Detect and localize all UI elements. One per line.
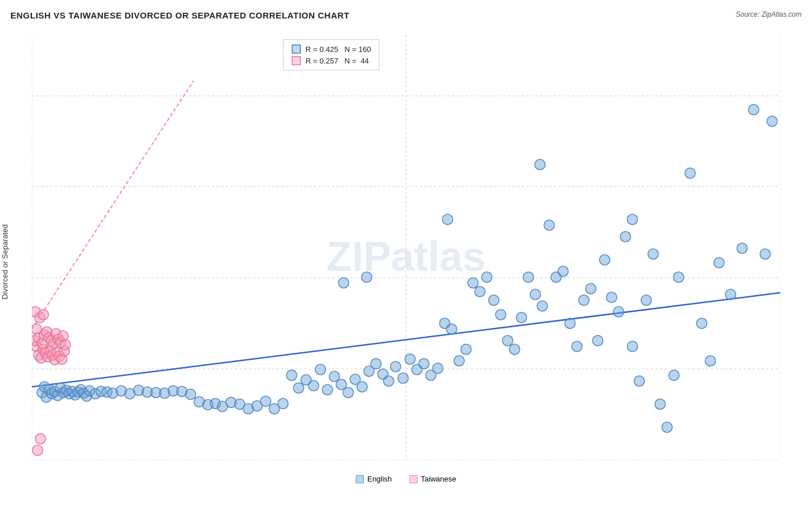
chart-title: ENGLISH VS TAIWANESE DIVORCED OR SEPARAT…: [10, 10, 349, 20]
svg-point-122: [627, 214, 638, 225]
x-legend-english-label: English: [367, 475, 392, 483]
svg-point-104: [627, 341, 638, 352]
y-axis-label: Divorced or Separated: [1, 224, 9, 299]
svg-point-152: [60, 339, 70, 350]
svg-point-76: [433, 363, 443, 374]
legend-row-english: R = 0.425 N = 160: [292, 44, 371, 54]
svg-point-105: [634, 376, 645, 386]
svg-point-113: [696, 318, 707, 329]
svg-point-72: [405, 354, 415, 364]
legend-swatch-taiwanese: [292, 56, 301, 65]
svg-point-71: [398, 373, 408, 383]
svg-point-53: [286, 370, 297, 380]
legend-row-taiwanese: R = 0.257 N = 44: [292, 56, 371, 65]
chart-container: ENGLISH VS TAIWANESE DIVORCED OR SEPARAT…: [0, 0, 812, 515]
svg-point-94: [558, 266, 568, 277]
x-legend-english: English: [356, 475, 392, 483]
svg-point-107: [648, 249, 658, 259]
x-legend-taiwanese: Taiwanese: [409, 475, 456, 483]
legend-swatch-english: [292, 44, 301, 54]
svg-point-121: [535, 159, 545, 170]
svg-point-70: [390, 361, 401, 372]
legend-taiwanese-text: R = 0.257 N = 44: [306, 57, 369, 65]
svg-point-63: [357, 382, 367, 392]
legend-english-text: R = 0.425 N = 160: [306, 45, 371, 54]
svg-point-100: [599, 255, 610, 265]
svg-point-99: [593, 335, 603, 346]
svg-line-10: [32, 81, 193, 329]
source-label: Source: ZipAtlas.com: [736, 10, 802, 18]
svg-point-79: [454, 356, 464, 366]
svg-point-74: [419, 359, 429, 369]
svg-point-56: [308, 380, 319, 391]
svg-text:ZIPatlas: ZIPatlas: [326, 233, 486, 279]
svg-point-155: [38, 309, 49, 320]
svg-point-117: [737, 243, 747, 253]
svg-point-115: [714, 258, 724, 268]
svg-point-61: [343, 387, 353, 398]
svg-point-87: [509, 344, 520, 354]
svg-point-69: [383, 376, 394, 386]
legend-box: R = 0.425 N = 160 R = 0.257 N = 44: [283, 39, 379, 70]
x-legend-swatch-english: [356, 475, 364, 483]
svg-point-89: [523, 272, 534, 282]
svg-point-84: [489, 295, 499, 305]
x-legend-taiwanese-label: Taiwanese: [421, 475, 456, 483]
svg-point-52: [278, 398, 288, 409]
svg-point-111: [673, 272, 684, 282]
svg-point-88: [516, 312, 527, 323]
svg-point-101: [606, 292, 617, 303]
svg-point-108: [655, 399, 665, 409]
x-legend-swatch-taiwanese: [409, 475, 418, 483]
svg-point-103: [620, 232, 631, 242]
svg-point-114: [705, 356, 716, 366]
svg-point-80: [461, 344, 471, 354]
svg-point-138: [35, 434, 46, 444]
svg-point-41: [185, 389, 196, 400]
svg-point-91: [537, 301, 547, 311]
svg-point-86: [502, 335, 513, 346]
svg-point-137: [32, 445, 43, 456]
svg-point-66: [362, 272, 372, 282]
svg-point-119: [760, 249, 770, 259]
svg-point-78: [446, 324, 457, 334]
svg-point-57: [315, 364, 326, 375]
svg-point-58: [322, 385, 333, 395]
svg-point-92: [544, 220, 554, 230]
svg-point-120: [767, 116, 777, 126]
svg-point-81: [468, 278, 478, 288]
x-axis-legend: English Taiwanese: [356, 475, 456, 483]
svg-point-90: [530, 289, 541, 300]
svg-point-67: [371, 359, 381, 369]
svg-point-82: [475, 286, 485, 297]
svg-point-112: [685, 168, 695, 178]
svg-point-96: [572, 341, 582, 352]
svg-point-50: [260, 396, 271, 406]
svg-point-118: [748, 105, 759, 115]
svg-point-65: [338, 278, 349, 288]
svg-point-54: [293, 383, 304, 393]
svg-point-97: [579, 295, 589, 305]
svg-point-109: [662, 422, 672, 432]
svg-point-116: [725, 289, 736, 300]
svg-point-95: [565, 318, 575, 329]
svg-point-85: [496, 309, 506, 320]
svg-point-110: [669, 370, 679, 380]
svg-point-98: [586, 283, 596, 294]
svg-point-106: [641, 295, 651, 305]
chart-svg: ZIPatlas: [32, 35, 780, 460]
svg-point-83: [482, 272, 492, 282]
svg-point-123: [442, 214, 453, 225]
svg-point-102: [613, 307, 624, 317]
